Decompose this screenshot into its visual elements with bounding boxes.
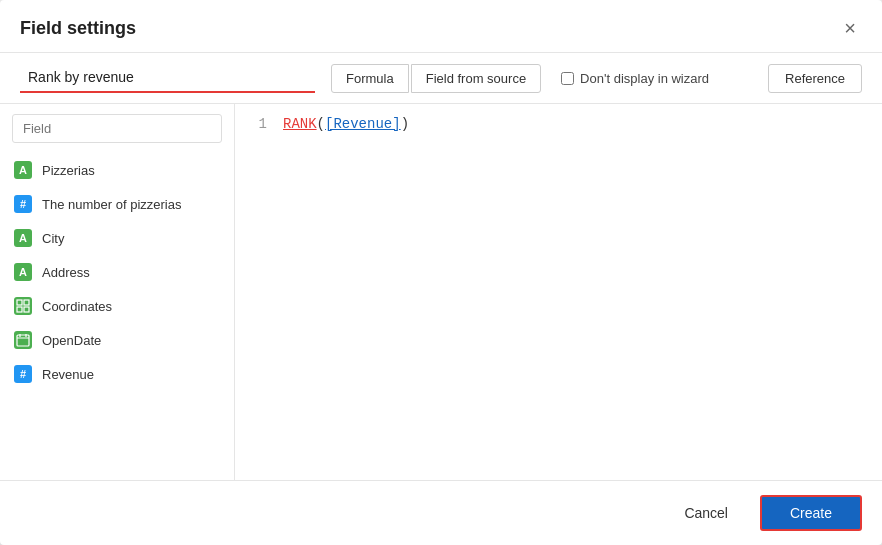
list-item[interactable]: A City	[0, 221, 234, 255]
tab-formula[interactable]: Formula	[331, 64, 409, 93]
number-icon: #	[14, 195, 32, 213]
code-content: RANK([Revenue])	[283, 116, 409, 132]
field-label: OpenDate	[42, 333, 101, 348]
string-icon: A	[14, 161, 32, 179]
modal-header: Field settings ×	[0, 0, 882, 53]
field-label: City	[42, 231, 64, 246]
reference-button[interactable]: Reference	[768, 64, 862, 93]
dont-display-checkbox-label[interactable]: Don't display in wizard	[561, 71, 709, 86]
open-paren: (	[317, 116, 325, 132]
list-item[interactable]: A Pizzerias	[0, 153, 234, 187]
svg-rect-0	[17, 300, 22, 305]
tab-group: Formula Field from source	[331, 64, 541, 93]
svg-rect-1	[24, 300, 29, 305]
close-paren: )	[401, 116, 409, 132]
number-icon: #	[14, 365, 32, 383]
line-number: 1	[251, 116, 267, 132]
editor-area[interactable]: 1 RANK([Revenue])	[235, 104, 882, 480]
cancel-button[interactable]: Cancel	[664, 497, 748, 529]
create-button[interactable]: Create	[760, 495, 862, 531]
dont-display-label: Don't display in wizard	[580, 71, 709, 86]
date-icon	[14, 331, 32, 349]
field-settings-modal: Field settings × Formula Field from sour…	[0, 0, 882, 545]
field-label: Address	[42, 265, 90, 280]
field-search-input[interactable]	[12, 114, 222, 143]
string-icon: A	[14, 263, 32, 281]
tab-field-from-source[interactable]: Field from source	[411, 64, 541, 93]
list-item[interactable]: OpenDate	[0, 323, 234, 357]
field-label: Coordinates	[42, 299, 112, 314]
toolbar: Formula Field from source Don't display …	[0, 53, 882, 104]
modal-body: A Pizzerias # The number of pizzerias A …	[0, 104, 882, 480]
list-item[interactable]: A Address	[0, 255, 234, 289]
field-label: Revenue	[42, 367, 94, 382]
code-line: 1 RANK([Revenue])	[251, 116, 866, 132]
sidebar: A Pizzerias # The number of pizzerias A …	[0, 104, 235, 480]
field-name-input[interactable]	[20, 63, 315, 93]
function-name: RANK	[283, 116, 317, 132]
dont-display-checkbox[interactable]	[561, 72, 574, 85]
modal-footer: Cancel Create	[0, 480, 882, 545]
svg-rect-3	[24, 307, 29, 312]
field-reference: [Revenue]	[325, 116, 401, 132]
list-item[interactable]: # The number of pizzerias	[0, 187, 234, 221]
list-item[interactable]: Coordinates	[0, 289, 234, 323]
field-list: A Pizzerias # The number of pizzerias A …	[0, 153, 234, 480]
svg-rect-2	[17, 307, 22, 312]
close-button[interactable]: ×	[838, 16, 862, 40]
string-icon: A	[14, 229, 32, 247]
field-label: Pizzerias	[42, 163, 95, 178]
field-label: The number of pizzerias	[42, 197, 181, 212]
modal-title: Field settings	[20, 18, 136, 39]
list-item[interactable]: # Revenue	[0, 357, 234, 391]
geo-icon	[14, 297, 32, 315]
svg-rect-4	[17, 335, 29, 346]
